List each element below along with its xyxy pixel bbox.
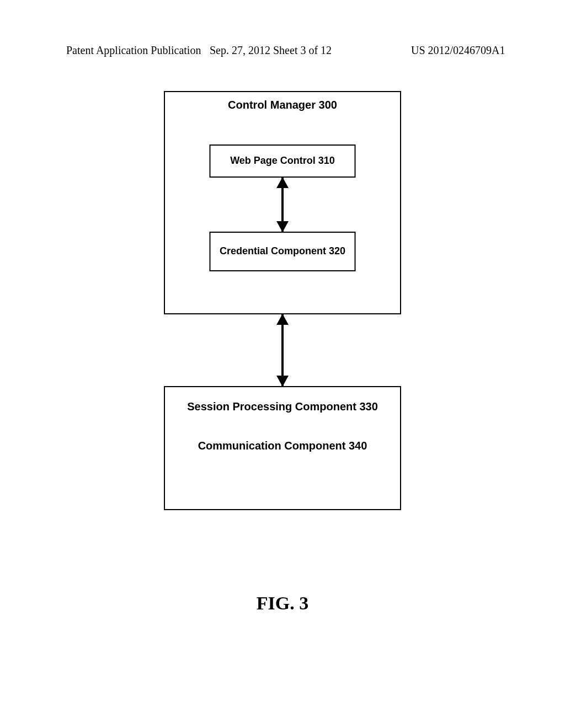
communication-component-label: Communication Component 340 (165, 438, 400, 453)
control-manager-box: Control Manager 300 Web Page Control 310… (164, 91, 401, 314)
diagram-container: Control Manager 300 Web Page Control 310… (164, 91, 401, 510)
arrow-connector-1 (281, 178, 284, 232)
web-page-control-box: Web Page Control 310 (210, 144, 356, 178)
arrowhead-up-icon (276, 177, 289, 188)
web-page-control-label: Web Page Control 310 (230, 154, 335, 167)
arrowhead-down-icon (276, 376, 289, 387)
arrow-connector-2 (281, 314, 284, 386)
header-date-sheet: Sep. 27, 2012 Sheet 3 of 12 (210, 44, 332, 57)
arrowhead-up-icon (276, 314, 289, 325)
arrowhead-down-icon (276, 221, 289, 232)
credential-component-label: Credential Component 320 (220, 245, 345, 258)
header-publication-type: Patent Application Publication (66, 44, 201, 57)
credential-component-box: Credential Component 320 (210, 232, 356, 271)
session-processing-label: Session Processing Component 330 (165, 399, 400, 414)
header-patent-number: US 2012/0246709A1 (411, 44, 505, 57)
session-processing-box: Session Processing Component 330 Communi… (164, 386, 401, 510)
figure-label: FIG. 3 (257, 593, 308, 614)
control-manager-label: Control Manager 300 (165, 99, 400, 111)
